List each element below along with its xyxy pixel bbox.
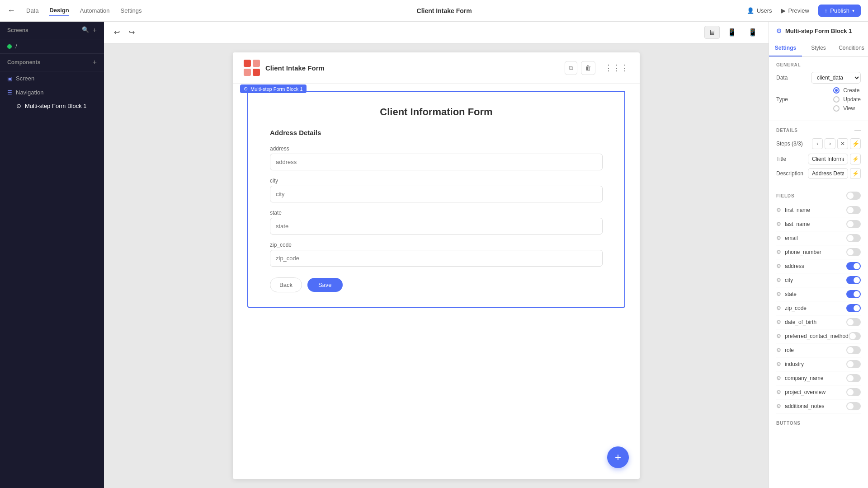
users-button[interactable]: 👤 Users	[747, 7, 772, 14]
nav-design[interactable]: Design	[49, 5, 69, 16]
field-toggle-date_of_birth[interactable]	[846, 318, 861, 326]
title-input[interactable]	[808, 154, 848, 164]
fab-add-button[interactable]: +	[607, 446, 629, 468]
field-gear-icon[interactable]: ⚙	[776, 305, 781, 311]
tab-styles[interactable]: Styles	[802, 40, 835, 56]
right-panel: ⊙ Multi-step Form Block 1 Settings Style…	[769, 22, 868, 488]
field-name-label: date_of_birth	[785, 319, 816, 325]
field-gear-icon[interactable]: ⚙	[776, 347, 781, 353]
field-gear-icon[interactable]: ⚙	[776, 403, 781, 409]
copy-button[interactable]: ⧉	[565, 61, 577, 75]
tab-conditions[interactable]: Conditions	[835, 40, 868, 56]
sidebar-item-multistep[interactable]: ⊙ Multi-step Form Block 1	[0, 99, 104, 113]
tablet-view-button[interactable]: 📱	[723, 26, 741, 39]
prev-step-button[interactable]: ‹	[812, 138, 823, 149]
field-toggle-state[interactable]	[846, 290, 861, 298]
form-section-title: Address Details	[270, 129, 603, 136]
mobile-view-button[interactable]: 📱	[744, 26, 761, 39]
field-name-label: first_name	[785, 207, 810, 213]
field-row: ⚙ address	[776, 259, 861, 273]
zipcode-field: zip_code	[270, 242, 603, 267]
collapse-button[interactable]: —	[854, 127, 861, 134]
field-gear-icon[interactable]: ⚙	[776, 319, 781, 325]
field-name-label: address	[785, 263, 804, 269]
tab-settings[interactable]: Settings	[769, 40, 802, 56]
sidebar-item-navigation[interactable]: ☰ Navigation	[0, 85, 104, 99]
state-input[interactable]	[270, 218, 603, 235]
zipcode-input[interactable]	[270, 250, 603, 267]
search-icon[interactable]: 🔍	[82, 26, 89, 34]
back-form-button[interactable]: Back	[270, 277, 302, 292]
field-gear-icon[interactable]: ⚙	[776, 221, 781, 227]
field-gear-icon[interactable]: ⚙	[776, 277, 781, 283]
general-section: GENERAL Data client_data Type Create Upd…	[769, 57, 868, 121]
brand-icon	[244, 60, 260, 76]
back-button[interactable]: ←	[7, 6, 15, 15]
description-input[interactable]	[808, 168, 848, 179]
field-toggle-last_name[interactable]	[846, 220, 861, 228]
main-layout: Screens 🔍 + / Components + ▣ Screen ☰ Na…	[0, 22, 868, 488]
description-action-button[interactable]: ⚡	[850, 168, 861, 179]
sidebar-item-screen[interactable]: ▣ Screen	[0, 71, 104, 85]
address-input[interactable]	[270, 154, 603, 170]
next-step-button[interactable]: ›	[825, 138, 835, 149]
field-toggle-industry[interactable]	[846, 360, 861, 368]
delete-button[interactable]: 🗑	[581, 61, 595, 75]
preview-button[interactable]: ▶ Preview	[781, 7, 809, 14]
more-options-button[interactable]: ⋮⋮⋮	[604, 63, 629, 73]
field-gear-icon[interactable]: ⚙	[776, 291, 781, 297]
fields-toggle[interactable]	[846, 192, 861, 200]
field-toggle-first_name[interactable]	[846, 206, 861, 214]
link-step-button[interactable]: ⚡	[850, 138, 861, 149]
field-toggle-address[interactable]	[846, 262, 861, 270]
field-toggle-company_name[interactable]	[846, 374, 861, 382]
save-form-button[interactable]: Save	[307, 278, 343, 292]
redo-button[interactable]: ↪	[126, 26, 137, 38]
field-toggle-role[interactable]	[846, 346, 861, 354]
field-row-left: ⚙ preferred_contact_method	[776, 333, 849, 339]
publish-button[interactable]: ↑ Publish ▾	[818, 5, 861, 17]
update-radio[interactable]	[833, 96, 840, 103]
type-create[interactable]: Create	[833, 87, 861, 94]
create-radio[interactable]	[833, 87, 840, 94]
field-gear-icon[interactable]: ⚙	[776, 389, 781, 395]
add-screen-button[interactable]: +	[93, 26, 97, 34]
steps-nav: ‹ › ✕ ⚡	[812, 138, 861, 149]
state-field: state	[270, 210, 603, 235]
field-gear-icon[interactable]: ⚙	[776, 263, 781, 269]
field-row: ⚙ industry	[776, 357, 861, 371]
undo-button[interactable]: ↩	[111, 26, 123, 38]
field-gear-icon[interactable]: ⚙	[776, 249, 781, 255]
field-toggle-preferred_contact_method[interactable]	[849, 332, 861, 340]
desktop-view-button[interactable]: 🖥	[704, 26, 720, 39]
field-toggle-email[interactable]	[846, 234, 861, 242]
nav-settings[interactable]: Settings	[121, 5, 142, 16]
field-toggle-zip_code[interactable]	[846, 304, 861, 312]
screen-item[interactable]: /	[0, 39, 104, 53]
city-input[interactable]	[270, 186, 603, 202]
field-gear-icon[interactable]: ⚙	[776, 235, 781, 241]
field-gear-icon[interactable]: ⚙	[776, 333, 781, 339]
field-toggle-city[interactable]	[846, 276, 861, 284]
field-gear-icon[interactable]: ⚙	[776, 207, 781, 213]
field-toggle-project_overview[interactable]	[846, 388, 861, 396]
remove-step-button[interactable]: ✕	[837, 138, 848, 149]
nav-data[interactable]: Data	[26, 5, 38, 16]
field-gear-icon[interactable]: ⚙	[776, 361, 781, 367]
add-component-button[interactable]: +	[93, 58, 97, 66]
type-view[interactable]: View	[833, 105, 861, 112]
field-gear-icon[interactable]: ⚙	[776, 375, 781, 381]
nav-automation[interactable]: Automation	[80, 5, 110, 16]
city-label: city	[270, 178, 603, 184]
field-row: ⚙ state	[776, 287, 861, 301]
state-label: state	[270, 210, 603, 216]
title-action-button[interactable]: ⚡	[850, 154, 861, 164]
field-name-label: zip_code	[785, 305, 807, 311]
navigation-icon: ☰	[7, 89, 12, 96]
type-update[interactable]: Update	[833, 96, 861, 103]
right-panel-title: Multi-step Form Block 1	[785, 28, 852, 34]
view-radio[interactable]	[833, 105, 840, 112]
data-select[interactable]: client_data	[811, 72, 861, 84]
field-toggle-phone_number[interactable]	[846, 248, 861, 256]
field-toggle-additional_notes[interactable]	[846, 402, 861, 410]
